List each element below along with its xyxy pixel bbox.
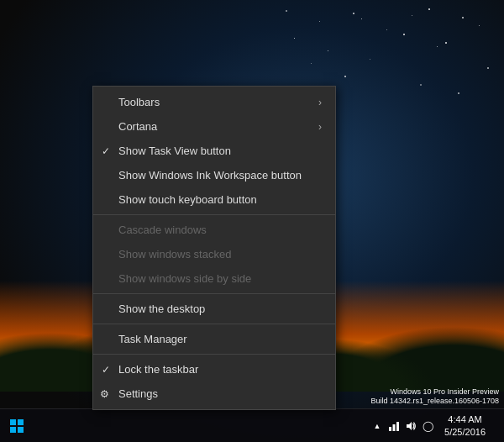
network-icon[interactable] <box>387 419 401 433</box>
win-info-line1: Windows 10 Pro Insider Preview <box>370 387 499 397</box>
taskbar-context-menu: Toolbars › Cortana › ✓ Show Task View bu… <box>92 86 336 410</box>
svg-rect-0 <box>10 419 16 425</box>
separator-1 <box>93 214 335 215</box>
taskbar: ▲ ◯ 4:44 AM 5/25/2016 <box>0 408 504 442</box>
systray: ▲ ◯ <box>370 419 434 433</box>
windows-info: Windows 10 Pro Insider Preview Build 143… <box>370 387 499 407</box>
side-by-side-label: Show windows side by side <box>118 272 251 285</box>
menu-item-ink-workspace[interactable]: Show Windows Ink Workspace button <box>93 163 335 187</box>
lock-taskbar-checkmark: ✓ <box>102 364 110 376</box>
menu-item-task-manager[interactable]: Task Manager <box>93 327 335 351</box>
win-info-line2: Build 14342.rs1_release.160506-1708 <box>370 397 499 407</box>
ink-workspace-label: Show Windows Ink Workspace button <box>118 169 302 182</box>
toolbars-arrow: › <box>318 97 322 108</box>
show-hidden-icons-button[interactable]: ▲ <box>370 419 384 433</box>
svg-rect-3 <box>18 427 24 433</box>
task-manager-label: Task Manager <box>118 333 187 345</box>
cortana-arrow: › <box>318 121 322 133</box>
stacked-label: Show windows stacked <box>118 248 231 260</box>
menu-item-cortana[interactable]: Cortana › <box>93 114 335 139</box>
menu-item-toolbars[interactable]: Toolbars › <box>93 90 335 114</box>
svg-rect-2 <box>10 427 16 433</box>
separator-3 <box>93 324 335 324</box>
notification-icon[interactable]: ◯ <box>421 419 434 433</box>
cascade-label: Cascade windows <box>118 224 207 236</box>
menu-item-lock-taskbar[interactable]: ✓ Lock the taskbar <box>93 357 335 381</box>
separator-2 <box>93 293 335 294</box>
clock[interactable]: 4:44 AM 5/25/2016 <box>441 412 489 439</box>
menu-item-cascade: Cascade windows <box>93 218 335 242</box>
svg-rect-1 <box>18 419 24 425</box>
menu-item-show-desktop[interactable]: Show the desktop <box>93 297 335 321</box>
lock-taskbar-label: Lock the taskbar <box>118 363 198 376</box>
menu-item-task-view[interactable]: ✓ Show Task View button <box>93 139 335 163</box>
show-desktop-label: Show the desktop <box>118 303 205 315</box>
separator-4 <box>93 354 335 355</box>
start-icon <box>10 419 24 433</box>
taskbar-right: ▲ ◯ 4:44 AM 5/25/2016 <box>370 412 497 439</box>
settings-label: Settings <box>118 387 158 400</box>
taskbar-left <box>0 409 370 442</box>
menu-item-touch-keyboard[interactable]: Show touch keyboard button <box>93 187 335 212</box>
svg-rect-5 <box>393 424 396 431</box>
menu-item-stacked: Show windows stacked <box>93 242 335 266</box>
start-button[interactable] <box>0 409 34 443</box>
svg-rect-4 <box>389 427 391 431</box>
svg-rect-6 <box>396 422 399 431</box>
task-view-checkmark: ✓ <box>102 145 110 157</box>
clock-time: 4:44 AM <box>448 413 481 425</box>
task-view-label: Show Task View button <box>118 145 231 157</box>
menu-item-side-by-side: Show windows side by side <box>93 266 335 291</box>
touch-keyboard-label: Show touch keyboard button <box>118 193 257 206</box>
clock-date: 5/25/2016 <box>444 426 486 438</box>
toolbars-label: Toolbars <box>118 96 160 108</box>
svg-marker-7 <box>407 422 412 430</box>
volume-icon[interactable] <box>404 419 417 433</box>
cortana-label: Cortana <box>118 120 157 133</box>
menu-item-settings[interactable]: ⚙ Settings <box>93 381 335 406</box>
gear-icon: ⚙ <box>100 388 109 400</box>
